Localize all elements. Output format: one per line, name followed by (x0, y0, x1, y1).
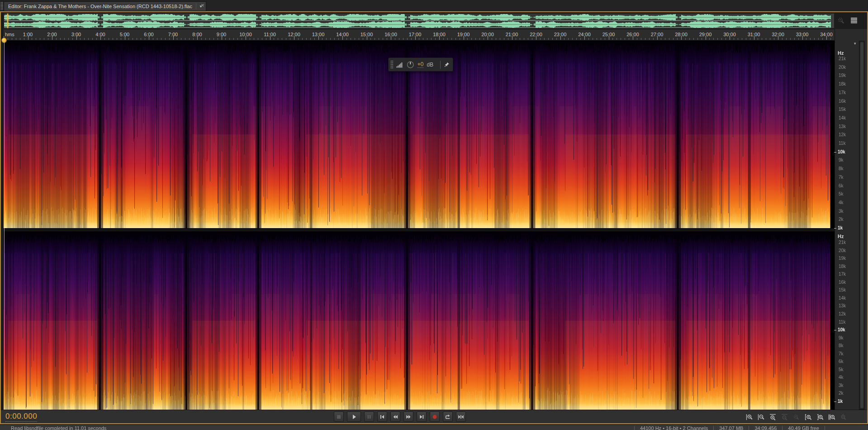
ruler-tick (475, 38, 476, 40)
ruler-tick (484, 38, 484, 40)
loop-playback-button[interactable] (443, 411, 453, 422)
ruler-tick (149, 36, 149, 40)
ruler-tick (677, 38, 678, 40)
ruler-tick (770, 38, 770, 40)
editor-tab[interactable]: Editor: Frank Zappa & The Mothers - Over… (4, 1, 206, 11)
skip-to-end-button[interactable] (417, 411, 427, 422)
ruler-tick (12, 38, 12, 40)
ruler-tick (88, 38, 89, 40)
ruler-tick (730, 36, 730, 40)
spectrogram-canvas-right[interactable] (4, 232, 835, 410)
ruler-tick (8, 38, 8, 40)
ruler-tick (141, 38, 141, 40)
ruler-tick (298, 38, 299, 40)
zoom-to-out-point-button[interactable] (815, 412, 825, 422)
overview-waveform-canvas[interactable] (4, 14, 834, 28)
ruler-tick (713, 38, 714, 40)
play-button[interactable] (347, 411, 361, 422)
ruler-tick (209, 38, 210, 40)
ruler-tick (278, 38, 278, 40)
hud-grip-icon[interactable] (390, 60, 393, 69)
ruler-tick (113, 38, 113, 40)
ruler-tick (306, 38, 307, 40)
freq-label: 4k (839, 200, 844, 205)
ruler-tick (282, 38, 282, 40)
ruler-tick (496, 38, 496, 40)
zoom-reset-button[interactable] (838, 412, 849, 422)
ruler-tick (588, 38, 589, 40)
playhead-line[interactable] (4, 41, 5, 410)
ruler-tick (383, 38, 383, 40)
zoom-in-vertical-button[interactable] (744, 412, 754, 422)
zoom-to-in-point-button[interactable] (803, 412, 813, 422)
gain-hud[interactable]: +0 dB (388, 57, 453, 72)
zoom-out-horizontal-button[interactable] (779, 412, 790, 422)
ruler-tick (225, 38, 226, 40)
ruler-tick (830, 38, 831, 40)
stop-button[interactable] (334, 411, 344, 422)
ruler-tick (92, 38, 93, 40)
ruler-tick (104, 38, 105, 40)
overview-strip[interactable] (4, 13, 835, 29)
ruler-tick (338, 38, 339, 40)
ruler-tick (128, 38, 129, 40)
freq-label: 17k (839, 272, 846, 277)
skip-selection-button[interactable] (456, 411, 466, 422)
ruler-tick (363, 38, 363, 40)
zoom-in-horizontal-button[interactable] (768, 412, 778, 422)
ruler-tick (758, 38, 758, 40)
ruler-tick (370, 38, 371, 40)
record-button[interactable] (430, 411, 440, 422)
ruler-tick (48, 38, 48, 40)
ruler-tick (532, 38, 532, 40)
sample-info: 44100 Hz • 16-bit • 2 Channels (640, 425, 708, 430)
ruler-tick (84, 38, 85, 40)
ruler-tick (326, 38, 327, 40)
freq-label: 5k (839, 367, 844, 372)
freq-label: 16k (839, 99, 846, 104)
ruler-tick (669, 38, 669, 40)
ruler-tick (153, 38, 153, 40)
ruler-tick (617, 38, 617, 40)
scrollbar-thumb[interactable] (860, 42, 863, 408)
freq-label: 12k (839, 132, 846, 137)
zoom-out-vertical-button[interactable] (756, 412, 766, 422)
gain-value[interactable]: +0 (417, 62, 424, 68)
freq-label: 19k (839, 256, 846, 261)
tab-close-icon[interactable]: × (201, 2, 204, 9)
overview-zoom-out-full-icon[interactable] (836, 16, 845, 24)
current-time-display[interactable]: 0:00.000 (5, 412, 37, 422)
ruler-tick (597, 38, 597, 40)
hud-divider (440, 61, 441, 69)
panel-grip-icon[interactable] (0, 2, 3, 10)
ruler-tick (439, 36, 440, 40)
ruler-tick (778, 36, 778, 40)
pin-icon[interactable] (444, 62, 450, 68)
ruler-tick (52, 36, 52, 40)
ruler-tick (375, 38, 375, 40)
ruler-tick (322, 38, 323, 40)
ruler-tick (391, 36, 391, 40)
axis-menu-caret-icon[interactable]: ▾ (854, 41, 856, 46)
rewind-button[interactable] (390, 411, 400, 422)
freq-label: 12k (839, 311, 846, 316)
ruler-tick (633, 36, 633, 40)
freq-label: 14k (839, 296, 846, 301)
panel-menu-icon[interactable] (849, 16, 859, 24)
fast-forward-button[interactable] (403, 411, 413, 422)
skip-to-start-button[interactable] (377, 411, 387, 422)
overview-playhead[interactable] (7, 14, 8, 28)
ruler-tick (508, 38, 508, 40)
ruler-tick (576, 38, 577, 40)
pause-button[interactable] (364, 411, 374, 422)
ruler-tick (44, 38, 44, 40)
ruler-tick (556, 38, 557, 40)
gain-knob[interactable] (407, 61, 414, 69)
ruler-tick (560, 36, 561, 40)
zoom-to-selection-button[interactable] (826, 412, 837, 422)
timeline-ruler[interactable]: hms 1:002:003:004:005:006:007:008:009:00… (4, 29, 835, 41)
vertical-scrollbar[interactable] (859, 41, 865, 410)
ruler-tick (342, 36, 343, 40)
zoom-out-full-button[interactable] (791, 412, 802, 422)
ruler-tick (435, 38, 436, 40)
